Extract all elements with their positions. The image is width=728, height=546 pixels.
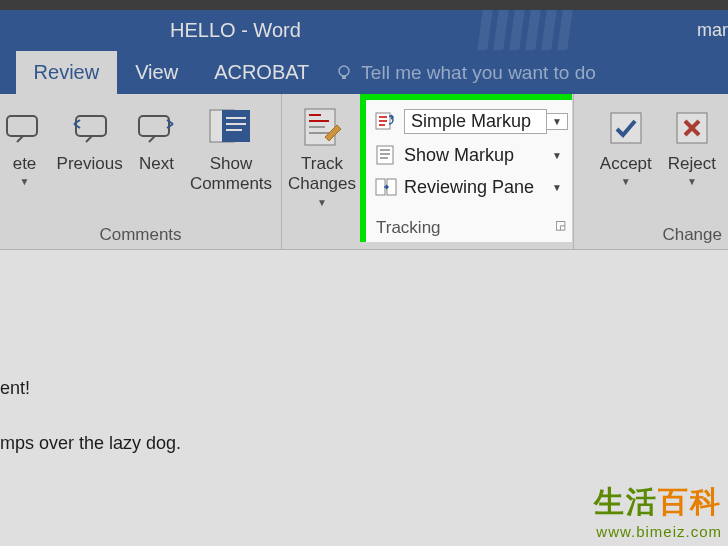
accept-button[interactable]: Accept ▼ (594, 100, 658, 187)
reviewing-pane-icon (374, 176, 398, 198)
svg-rect-1 (342, 76, 346, 79)
ribbon: ete ▼ Previous Next Show Comments (0, 94, 728, 250)
display-for-review-dropdown[interactable]: Simple Markup▼ (370, 104, 572, 139)
tell-me-search[interactable]: Tell me what you want to do (327, 52, 603, 94)
tab-partial[interactable] (0, 51, 16, 94)
group-changes: Accept ▼ Reject ▼ Change (573, 94, 728, 249)
tracking-panel: Simple Markup▼ Show Markup ▼ Reviewing P… (366, 100, 572, 242)
document-title: HELLO - Word (170, 19, 301, 42)
svg-rect-6 (222, 110, 250, 142)
markup-display-icon (374, 111, 398, 133)
previous-comment-icon (68, 104, 112, 152)
group-tracking-label: Tracking ◲ (370, 214, 572, 242)
chevron-down-icon: ▼ (317, 197, 327, 208)
lightbulb-icon (335, 64, 353, 82)
ribbon-tabs: Review View ACROBAT Tell me what you wan… (0, 50, 728, 94)
chevron-down-icon: ▼ (20, 176, 30, 187)
show-comments-button[interactable]: Show Comments (187, 100, 275, 195)
group-comments: ete ▼ Previous Next Show Comments (0, 94, 282, 249)
svg-rect-2 (7, 116, 37, 136)
tab-view[interactable]: View (117, 51, 196, 94)
show-markup-icon (374, 144, 398, 166)
document-text-line: mps over the lazy dog. (0, 425, 728, 462)
previous-comment-button[interactable]: Previous (53, 100, 126, 174)
reject-button[interactable]: Reject ▼ (662, 100, 722, 187)
chevron-down-icon: ▼ (546, 182, 568, 193)
next-comment-button[interactable]: Next (130, 100, 183, 174)
dialog-launcher-icon[interactable]: ◲ (555, 218, 566, 238)
svg-rect-15 (611, 113, 641, 143)
accept-icon (607, 104, 645, 152)
chevron-down-icon: ▼ (547, 113, 568, 130)
delete-comment-button[interactable]: ete ▼ (0, 100, 49, 187)
svg-rect-18 (377, 146, 393, 164)
tab-review[interactable]: Review (16, 51, 118, 94)
chevron-down-icon: ▼ (621, 176, 631, 187)
show-markup-dropdown[interactable]: Show Markup ▼ (370, 139, 572, 171)
user-name: mar (697, 20, 728, 41)
track-changes-icon (303, 104, 341, 152)
group-tracking-left: Track Changes ▼ (282, 94, 362, 249)
track-changes-button[interactable]: Track Changes ▼ (288, 100, 356, 208)
tell-me-placeholder: Tell me what you want to do (361, 62, 595, 84)
reject-icon (673, 104, 711, 152)
svg-rect-3 (76, 116, 106, 136)
svg-point-0 (339, 66, 349, 76)
tab-acrobat[interactable]: ACROBAT (196, 51, 327, 94)
svg-rect-4 (139, 116, 169, 136)
delete-comment-icon (5, 104, 45, 152)
title-bar: HELLO - Word mar (0, 10, 728, 50)
watermark: 生活百科 www.bimeiz.com (594, 482, 722, 540)
chevron-down-icon: ▼ (546, 150, 568, 161)
title-decoration (480, 10, 600, 50)
svg-rect-19 (376, 179, 385, 195)
chevron-down-icon: ▼ (687, 176, 697, 187)
document-text-line: ent! (0, 370, 728, 407)
group-comments-label: Comments (6, 221, 275, 247)
window-frame-top (0, 0, 728, 10)
show-comments-icon (208, 104, 254, 152)
reviewing-pane-dropdown[interactable]: Reviewing Pane ▼ (370, 171, 572, 203)
group-changes-label: Change (580, 221, 722, 247)
next-comment-icon (135, 104, 179, 152)
